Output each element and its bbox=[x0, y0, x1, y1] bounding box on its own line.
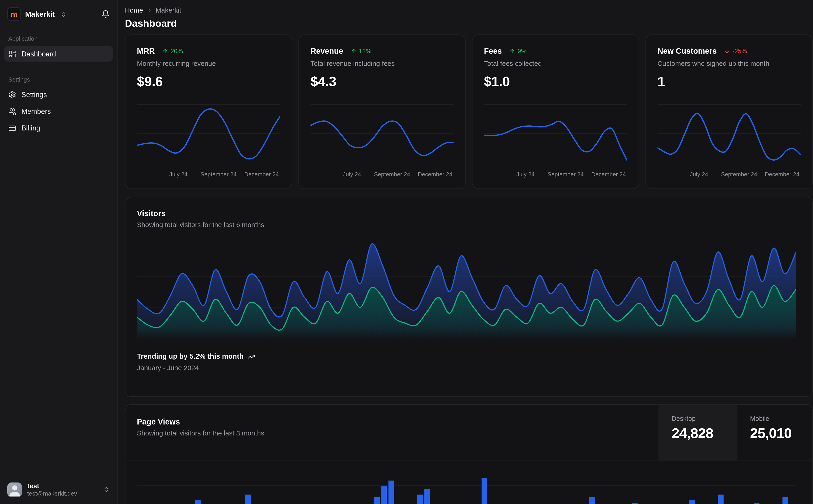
tick-label: December 24 bbox=[765, 171, 799, 178]
mrr-sparkline-chart bbox=[137, 101, 280, 167]
settings-gear-icon bbox=[8, 91, 16, 98]
trend-delta: 20% bbox=[170, 47, 183, 55]
nav-section-label-settings: Settings bbox=[8, 76, 109, 82]
stat-title: New Customers bbox=[658, 46, 717, 55]
stat-value: $1.0 bbox=[484, 74, 627, 90]
stat-title: Fees bbox=[484, 46, 502, 55]
stat-value: $9.6 bbox=[137, 74, 280, 90]
sidebar-item-label: Settings bbox=[21, 91, 47, 98]
logo-letter: m bbox=[11, 10, 17, 18]
x-axis-ticks: July 24 September 24 December 24 bbox=[658, 171, 801, 180]
trending-up-icon bbox=[248, 353, 255, 360]
page-views-bar-chart bbox=[137, 461, 796, 504]
visitors-area-chart bbox=[137, 237, 796, 339]
new-customers-sparkline-chart bbox=[658, 101, 801, 167]
stat-card-new-customers: New Customers -25% Customers who signed … bbox=[646, 34, 813, 189]
tick-label: July 24 bbox=[690, 171, 708, 178]
sidebar: m Makerkit Application Dashboard Setting… bbox=[0, 0, 117, 504]
trend-badge: 20% bbox=[162, 47, 183, 55]
x-axis-ticks: July 24 September 24 December 24 bbox=[137, 171, 280, 180]
stat-card-revenue: Revenue 12% Total revenue including fees… bbox=[299, 34, 466, 189]
stat-card-mrr: MRR 20% Monthly recurring revenue $9.6 J… bbox=[125, 34, 292, 189]
user-menu[interactable]: test test@makerkit.dev bbox=[0, 477, 117, 504]
tick-label: September 24 bbox=[721, 171, 757, 178]
dashboard-icon bbox=[8, 50, 16, 58]
tick-label: July 24 bbox=[343, 171, 361, 178]
stat-title: Revenue bbox=[311, 46, 343, 55]
billing-credit-card-icon bbox=[8, 124, 16, 132]
toggle-mobile[interactable]: Mobile 25,010 bbox=[737, 405, 812, 461]
breadcrumb-current: Makerkit bbox=[155, 6, 181, 14]
breadcrumb: Home Makerkit bbox=[125, 6, 813, 14]
tick-label: July 24 bbox=[169, 171, 188, 178]
visitors-card: Visitors Showing total visitors for the … bbox=[125, 197, 813, 397]
x-axis-ticks: July 24 September 24 December 24 bbox=[311, 171, 454, 180]
user-name: test bbox=[27, 482, 98, 490]
stat-card-fees: Fees 9% Total fees collected $1.0 July 2… bbox=[472, 34, 639, 189]
workspace-selector-chevrons-icon[interactable] bbox=[60, 11, 67, 18]
main-content: Home Makerkit Dashboard MRR 20% Monthly … bbox=[117, 0, 813, 504]
tick-label: December 24 bbox=[591, 171, 626, 178]
visitors-subtitle: Showing total visitors for the last 6 mo… bbox=[137, 221, 801, 229]
trend-delta: 12% bbox=[359, 47, 371, 55]
sidebar-item-label: Members bbox=[21, 107, 51, 115]
nav-section-label-application: Application bbox=[8, 35, 109, 42]
trend-delta: 9% bbox=[517, 47, 527, 55]
avatar bbox=[7, 482, 22, 497]
trend-badge: -25% bbox=[724, 47, 747, 55]
arrow-up-icon bbox=[162, 48, 168, 54]
user-menu-chevrons-icon[interactable] bbox=[103, 486, 110, 493]
trend-badge: 12% bbox=[350, 47, 371, 55]
trend-badge: 9% bbox=[509, 47, 526, 55]
page-title: Dashboard bbox=[125, 18, 813, 29]
chevron-right-icon bbox=[146, 7, 152, 13]
tick-label: December 24 bbox=[418, 171, 452, 178]
user-email: test@makerkit.dev bbox=[27, 490, 98, 497]
visitors-date-range: January - June 2024 bbox=[137, 364, 801, 372]
page-views-card: Page Views Showing total visitors for th… bbox=[125, 404, 813, 504]
tick-label: December 24 bbox=[244, 171, 279, 178]
page-views-subtitle: Showing total visitors for the last 3 mo… bbox=[137, 429, 647, 437]
toggle-desktop[interactable]: Desktop 24,828 bbox=[659, 405, 737, 461]
tick-label: July 24 bbox=[516, 171, 535, 178]
screen: m Makerkit Application Dashboard Setting… bbox=[0, 0, 813, 504]
revenue-sparkline-chart bbox=[311, 101, 454, 167]
page-views-header: Page Views Showing total visitors for th… bbox=[125, 405, 812, 461]
stat-cards-row: MRR 20% Monthly recurring revenue $9.6 J… bbox=[125, 34, 813, 189]
tick-label: September 24 bbox=[374, 171, 410, 178]
stat-subtitle: Monthly recurring revenue bbox=[137, 60, 280, 67]
stat-subtitle: Total revenue including fees bbox=[311, 60, 454, 67]
sidebar-header: m Makerkit bbox=[0, 0, 117, 26]
fees-sparkline-chart bbox=[484, 101, 627, 167]
members-users-icon bbox=[8, 107, 16, 115]
mobile-value: 25,010 bbox=[750, 426, 812, 442]
stat-subtitle: Total fees collected bbox=[484, 60, 627, 67]
tick-label: September 24 bbox=[200, 171, 237, 178]
sidebar-nav: Application Dashboard Settings Settings bbox=[0, 26, 117, 477]
notifications-bell-icon[interactable] bbox=[101, 10, 110, 18]
workspace-name: Makerkit bbox=[25, 10, 55, 18]
arrow-down-icon bbox=[724, 48, 730, 54]
sidebar-item-settings[interactable]: Settings bbox=[4, 87, 113, 102]
breadcrumb-home-link[interactable]: Home bbox=[125, 6, 143, 14]
mobile-label: Mobile bbox=[750, 415, 812, 422]
sidebar-item-label: Billing bbox=[21, 124, 40, 132]
visitors-footer: Trending up by 5.2% this month January -… bbox=[137, 353, 801, 372]
sidebar-item-label: Dashboard bbox=[21, 50, 56, 58]
visitors-title: Visitors bbox=[137, 209, 801, 218]
arrow-up-icon bbox=[509, 48, 515, 54]
sidebar-item-members[interactable]: Members bbox=[4, 103, 113, 119]
sidebar-item-dashboard[interactable]: Dashboard bbox=[4, 46, 113, 62]
x-axis-ticks: July 24 September 24 December 24 bbox=[484, 171, 627, 180]
stat-subtitle: Customers who signed up this month bbox=[658, 60, 801, 67]
sidebar-item-billing[interactable]: Billing bbox=[4, 120, 113, 136]
arrow-up-icon bbox=[350, 48, 357, 54]
desktop-label: Desktop bbox=[672, 415, 737, 422]
stat-title: MRR bbox=[137, 46, 155, 55]
desktop-value: 24,828 bbox=[672, 426, 737, 442]
page-views-title: Page Views bbox=[137, 417, 647, 426]
trend-delta: -25% bbox=[733, 47, 747, 55]
tick-label: September 24 bbox=[547, 171, 583, 178]
app-logo: m bbox=[7, 7, 21, 21]
stat-value: 1 bbox=[658, 74, 801, 90]
